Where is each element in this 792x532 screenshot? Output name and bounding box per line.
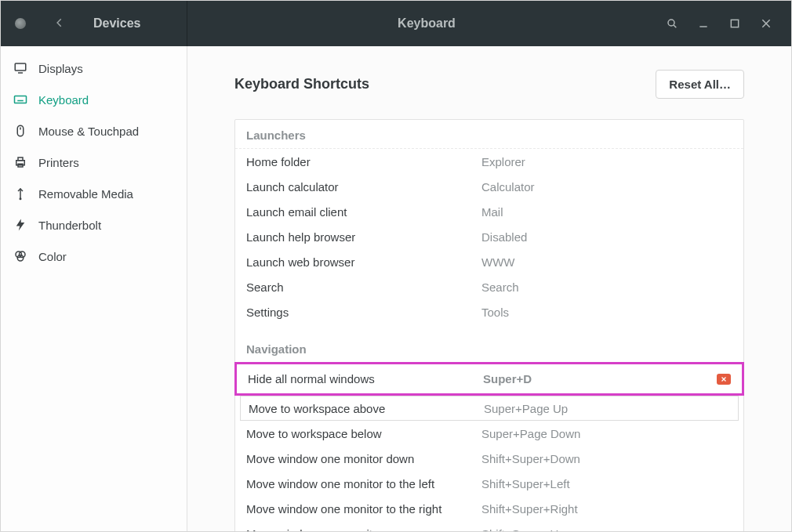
shortcut-accel: Shift+Super+Up xyxy=(481,527,714,532)
shortcut-accel: Super+D xyxy=(483,372,712,385)
shortcut-label: Search xyxy=(246,280,481,294)
shortcut-label: Move window one monitor down xyxy=(246,452,481,465)
shortcut-row[interactable]: Move window one monitor down Shift+Super… xyxy=(235,446,743,471)
back-button[interactable] xyxy=(48,13,71,35)
svg-rect-17 xyxy=(18,157,23,161)
svg-rect-8 xyxy=(15,96,27,103)
shortcut-accel: Shift+Super+Right xyxy=(481,502,714,516)
window-title: Keyboard xyxy=(187,16,666,31)
shortcut-label: Move to workspace above xyxy=(249,402,484,415)
shortcut-accel: Super+Page Up xyxy=(484,402,711,415)
shortcut-row[interactable]: Move window one monitor to the left Shif… xyxy=(235,471,743,496)
shortcut-row[interactable]: Move window one monitor up Shift+Super+U… xyxy=(235,521,743,531)
sidebar-item-label: Printers xyxy=(38,156,79,169)
svg-point-0 xyxy=(668,20,674,26)
sidebar-item-printers[interactable]: Printers xyxy=(1,147,187,178)
shortcut-label: Settings xyxy=(246,306,481,319)
sidebar-item-label: Displays xyxy=(38,62,83,75)
shortcut-accel: Explorer xyxy=(481,155,714,168)
shortcut-accel: Search xyxy=(481,280,714,294)
shortcut-accel: Shift+Super+Down xyxy=(481,452,714,465)
mouse-icon xyxy=(13,124,27,138)
sidebar-item-label: Color xyxy=(38,250,67,263)
group-header-navigation: Navigation xyxy=(235,334,743,362)
close-icon[interactable] xyxy=(760,17,772,30)
shortcut-row[interactable]: Move to workspace above Super+Page Up xyxy=(240,396,739,421)
svg-rect-6 xyxy=(15,63,26,71)
shortcut-row[interactable]: Launch email client Mail xyxy=(235,199,743,224)
color-icon xyxy=(13,249,27,263)
printer-icon xyxy=(13,155,27,169)
sidebar-item-label: Keyboard xyxy=(38,93,89,107)
minimize-icon[interactable] xyxy=(697,17,710,30)
shortcut-accel: Super+Page Down xyxy=(481,427,714,440)
shortcut-accel: Shift+Super+Left xyxy=(481,477,714,490)
shortcut-row[interactable]: Search Search xyxy=(235,274,743,299)
thunderbolt-icon xyxy=(13,218,27,232)
page-title: Keyboard Shortcuts xyxy=(234,76,369,92)
main-content: Keyboard Shortcuts Reset All… Launchers … xyxy=(187,46,791,531)
shortcuts-panel: Launchers Home folder Explorer Launch ca… xyxy=(234,119,744,531)
headerbar: Devices Keyboard xyxy=(1,1,791,46)
shortcut-row[interactable]: Launch help browser Disabled xyxy=(235,224,743,249)
keyboard-icon xyxy=(13,92,27,107)
window-body: Displays Keyboard Mouse & Touchpad Print… xyxy=(1,46,791,531)
shortcut-label: Move to workspace below xyxy=(246,427,481,440)
sidebar-item-removable-media[interactable]: Removable Media xyxy=(1,178,187,209)
app-icon xyxy=(15,18,26,29)
shortcut-label: Move window one monitor up xyxy=(246,527,481,532)
sidebar-item-label: Mouse & Touchpad xyxy=(38,125,139,138)
shortcut-accel: Calculator xyxy=(481,180,714,194)
shortcut-row[interactable]: Home folder Explorer xyxy=(235,149,743,174)
shortcut-accel: Disabled xyxy=(481,230,714,244)
sidebar-item-keyboard[interactable]: Keyboard xyxy=(1,84,187,115)
headerbar-left: Devices xyxy=(1,1,187,46)
sidebar-item-mouse[interactable]: Mouse & Touchpad xyxy=(1,115,187,147)
shortcut-row[interactable]: Launch web browser WWW xyxy=(235,249,743,274)
svg-point-20 xyxy=(20,198,21,200)
shortcut-label: Move window one monitor to the left xyxy=(246,477,481,490)
clear-shortcut-icon[interactable] xyxy=(717,374,731,385)
shortcut-label: Launch email client xyxy=(246,205,481,219)
shortcut-row[interactable]: Move to workspace below Super+Page Down xyxy=(235,421,743,446)
shortcut-label: Launch web browser xyxy=(246,255,481,269)
shortcut-label: Launch calculator xyxy=(246,180,481,194)
shortcut-row[interactable]: Move window one monitor to the right Shi… xyxy=(235,496,743,521)
svg-line-1 xyxy=(674,25,676,27)
shortcut-row[interactable]: Settings Tools xyxy=(235,299,743,324)
shortcut-row-highlighted[interactable]: Hide all normal windows Super+D xyxy=(234,362,744,396)
sidebar-item-displays[interactable]: Displays xyxy=(1,52,187,84)
svg-rect-14 xyxy=(17,125,24,136)
sidebar-item-thunderbolt[interactable]: Thunderbolt xyxy=(1,209,187,241)
search-icon[interactable] xyxy=(666,17,678,30)
shortcut-accel: Tools xyxy=(481,306,714,319)
shortcut-accel: WWW xyxy=(481,255,714,269)
group-header-launchers: Launchers xyxy=(235,120,743,149)
shortcut-label: Hide all normal windows xyxy=(248,372,483,385)
panel-title: Devices xyxy=(93,16,141,31)
sidebar-item-color[interactable]: Color xyxy=(1,241,187,272)
main-header: Keyboard Shortcuts Reset All… xyxy=(234,70,744,99)
reset-all-button[interactable]: Reset All… xyxy=(656,70,744,99)
shortcut-row[interactable]: Launch calculator Calculator xyxy=(235,174,743,199)
window-controls xyxy=(666,17,791,30)
shortcut-label: Home folder xyxy=(246,155,481,168)
usb-icon xyxy=(13,186,27,201)
shortcut-label: Move window one monitor to the right xyxy=(246,502,481,516)
svg-rect-3 xyxy=(731,20,738,27)
shortcut-accel: Mail xyxy=(481,205,714,219)
svg-point-23 xyxy=(17,255,24,262)
shortcut-label: Launch help browser xyxy=(246,230,481,244)
maximize-icon[interactable] xyxy=(728,17,741,30)
display-icon xyxy=(13,61,27,75)
sidebar-item-label: Removable Media xyxy=(38,187,133,201)
sidebar-item-label: Thunderbolt xyxy=(38,219,101,232)
settings-window: Devices Keyboard Displays xyxy=(0,0,792,532)
sidebar: Displays Keyboard Mouse & Touchpad Print… xyxy=(1,46,187,531)
